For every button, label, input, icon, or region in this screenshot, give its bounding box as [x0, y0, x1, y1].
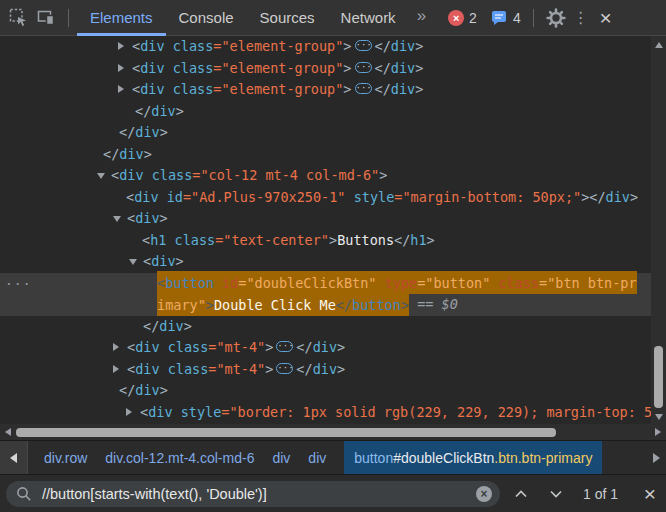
inline-expand-ellipsis-icon[interactable] [355, 40, 372, 51]
collapse-arrow-icon[interactable] [97, 173, 105, 179]
search-results-count: 1 of 1 [583, 475, 618, 512]
scroll-down-icon[interactable] [655, 414, 663, 420]
expand-arrow-icon[interactable] [118, 64, 124, 72]
syntax-token: > [630, 189, 638, 205]
chevron-right-icon [653, 453, 660, 463]
kebab-menu-icon[interactable]: ⋮ [570, 3, 592, 33]
next-match-button[interactable] [548, 486, 564, 502]
more-tabs-icon[interactable]: » [409, 6, 434, 29]
toolbar-divider [533, 9, 534, 27]
dom-tree-row-selected[interactable]: imary">Double Click Me</button> == $0 [0, 294, 651, 316]
inspect-element-icon[interactable] [4, 3, 32, 33]
syntax-token: > [343, 60, 351, 76]
syntax-token: ="Ad.Plus-970x250-1" [183, 189, 346, 205]
breadcrumb-back-button[interactable] [0, 441, 28, 474]
vertical-scrollbar[interactable] [651, 36, 666, 424]
syntax-token: > [144, 146, 152, 162]
scroll-left-icon[interactable] [5, 428, 11, 436]
syntax-token: > [176, 253, 184, 269]
breadcrumb-item[interactable]: div [272, 441, 290, 474]
syntax-token [346, 189, 354, 205]
dom-tree-row-selected[interactable]: ···<button id="doubleClickBtn" type="but… [0, 273, 651, 295]
syntax-token: < [132, 38, 140, 54]
syntax-token: > [184, 318, 192, 334]
dom-tree-row[interactable]: </div> [0, 380, 651, 402]
breadcrumb-item-selected[interactable]: button#doubleClickBtn.btn.btn-primary [344, 441, 602, 474]
syntax-token: > [176, 103, 184, 119]
close-search-icon[interactable]: × [638, 475, 662, 512]
breadcrumb-forward-button[interactable] [653, 441, 660, 475]
expand-arrow-icon[interactable] [126, 408, 132, 416]
syntax-token: > [160, 210, 168, 226]
dom-tree: <div class="element-group"></div><div cl… [0, 36, 651, 424]
breadcrumb-item[interactable]: div.col-12.mt-4.col-md-6 [105, 441, 254, 474]
expand-arrow-icon[interactable] [118, 42, 124, 50]
inline-expand-ellipsis-icon[interactable] [355, 62, 372, 73]
syntax-token [166, 232, 174, 248]
syntax-token: ="mt-4" [208, 339, 265, 355]
syntax-token: div [119, 146, 143, 162]
breadcrumb-item[interactable]: div [308, 441, 326, 474]
previous-match-button[interactable] [513, 486, 529, 502]
inline-expand-ellipsis-icon[interactable] [276, 341, 293, 352]
search-field[interactable]: × [6, 481, 500, 507]
clear-search-icon[interactable]: × [476, 486, 492, 502]
syntax-token: class [173, 81, 214, 97]
dom-tree-row[interactable]: <div class="col-12 mt-4 col-md-6"> [0, 165, 651, 187]
inline-expand-ellipsis-icon[interactable] [276, 363, 293, 374]
search-icon [16, 486, 32, 502]
syntax-token: ="button" [417, 271, 490, 295]
dom-tree-row[interactable]: <div class="mt-4"></div> [0, 337, 651, 359]
tab-console[interactable]: Console [166, 0, 247, 36]
horizontal-scrollbar-thumb[interactable] [16, 428, 556, 437]
syntax-token: > [379, 167, 387, 183]
scroll-right-icon[interactable] [655, 428, 661, 436]
dom-tree-row[interactable]: <div class="mt-4"></div> [0, 359, 651, 381]
console-messages-badge[interactable]: 4 [491, 9, 521, 26]
collapse-arrow-icon[interactable] [113, 216, 121, 222]
device-toolbar-icon[interactable] [32, 3, 60, 33]
syntax-token [159, 189, 167, 205]
dom-tree-row[interactable]: <div> [0, 208, 651, 230]
syntax-token [160, 339, 168, 355]
syntax-token: </ [103, 146, 119, 162]
dom-tree-row[interactable]: <div class="element-group"></div> [0, 58, 651, 80]
dom-tree-row[interactable]: <div> [0, 251, 651, 273]
dom-tree-row[interactable]: <div class="element-group"></div> [0, 36, 651, 58]
scroll-up-icon[interactable] [655, 42, 663, 48]
syntax-token: > [337, 339, 345, 355]
breadcrumb-bar: div.rowdiv.col-12.mt-4.col-md-6divdivbut… [0, 440, 666, 474]
tab-elements[interactable]: Elements [77, 0, 166, 36]
dom-tree-row[interactable]: </div> [0, 101, 651, 123]
settings-gear-icon[interactable] [542, 3, 570, 33]
syntax-token [214, 271, 222, 295]
expand-arrow-icon[interactable] [113, 365, 119, 373]
collapse-arrow-icon[interactable] [129, 259, 137, 265]
horizontal-scrollbar[interactable] [0, 424, 666, 440]
dom-tree-row[interactable]: </div> [0, 316, 651, 338]
breadcrumb-item[interactable]: div.row [44, 441, 87, 474]
vertical-scrollbar-thumb[interactable] [654, 346, 663, 408]
syntax-token: ="btn btn-pr [539, 271, 637, 295]
syntax-token: div [313, 361, 337, 377]
syntax-token: > [415, 81, 423, 97]
dom-tree-row[interactable]: <div class="element-group"></div> [0, 79, 651, 101]
close-devtools-icon[interactable]: × [592, 3, 620, 33]
tab-network[interactable]: Network [328, 0, 409, 36]
node-options-ellipsis-icon[interactable]: ··· [5, 273, 31, 295]
syntax-token: ="col-12 mt-4 col-md-6" [192, 167, 379, 183]
search-input[interactable] [42, 486, 476, 502]
expand-arrow-icon[interactable] [113, 343, 119, 351]
breadcrumb-part: #doubleClickBtn [393, 450, 494, 466]
inline-expand-ellipsis-icon[interactable] [355, 83, 372, 94]
console-errors-badge[interactable]: × 2 [448, 10, 477, 26]
dom-tree-row[interactable]: </div> [0, 122, 651, 144]
dom-tree-row[interactable]: <div id="Ad.Plus-970x250-1" style="margi… [0, 187, 651, 209]
dom-tree-row[interactable]: </div> [0, 144, 651, 166]
dom-tree-row[interactable]: <div style="border: 1px solid rgb(229, 2… [0, 402, 651, 424]
tab-sources[interactable]: Sources [247, 0, 328, 36]
search-bar: × 1 of 1 × [0, 474, 666, 512]
dom-tree-row[interactable]: <h1 class="text-center">Buttons</h1> [0, 230, 651, 252]
syntax-token: </ [394, 232, 410, 248]
expand-arrow-icon[interactable] [118, 85, 124, 93]
